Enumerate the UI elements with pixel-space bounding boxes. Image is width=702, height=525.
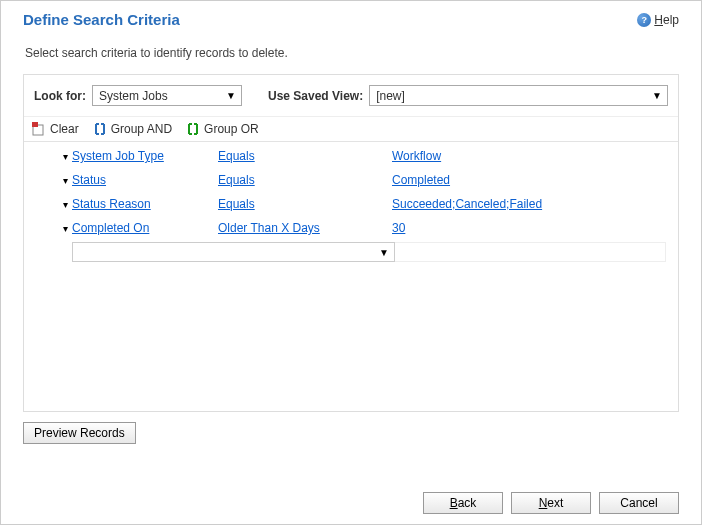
filter-field-link[interactable]: Completed On bbox=[72, 221, 149, 235]
lookfor-label: Look for: bbox=[34, 89, 86, 103]
next-button[interactable]: Next bbox=[511, 492, 591, 514]
filter-row: ▾ Status Equals Completed bbox=[24, 168, 678, 192]
clear-label: Clear bbox=[50, 122, 79, 136]
group-and-icon bbox=[93, 122, 107, 136]
filter-value-link[interactable]: Succeeded;Canceled;Failed bbox=[392, 197, 542, 211]
help-label: Help bbox=[654, 13, 679, 27]
filter-row: ▾ System Job Type Equals Workflow bbox=[24, 144, 678, 168]
clear-icon bbox=[32, 122, 46, 136]
filter-field-link[interactable]: System Job Type bbox=[72, 149, 164, 163]
lookfor-select[interactable]: System Jobs ▼ bbox=[92, 85, 242, 106]
chevron-down-icon: ▼ bbox=[652, 90, 662, 101]
row-menu-chevron[interactable]: ▾ bbox=[58, 223, 72, 234]
filter-row: ▾ Status Reason Equals Succeeded;Cancele… bbox=[24, 192, 678, 216]
filter-operator-link[interactable]: Equals bbox=[218, 173, 255, 187]
filter-field-link[interactable]: Status Reason bbox=[72, 197, 151, 211]
filter-field-link[interactable]: Status bbox=[72, 173, 106, 187]
new-filter-row: ▼ bbox=[24, 242, 678, 262]
filter-value-link[interactable]: 30 bbox=[392, 221, 405, 235]
row-menu-chevron[interactable]: ▾ bbox=[58, 151, 72, 162]
filter-operator-link[interactable]: Equals bbox=[218, 149, 255, 163]
help-link[interactable]: ? Help bbox=[637, 13, 679, 27]
filter-value-link[interactable]: Workflow bbox=[392, 149, 441, 163]
filter-operator-link[interactable]: Older Than X Days bbox=[218, 221, 320, 235]
filter-row: ▾ Completed On Older Than X Days 30 bbox=[24, 216, 678, 240]
row-menu-chevron[interactable]: ▾ bbox=[58, 175, 72, 186]
group-and-label: Group AND bbox=[111, 122, 172, 136]
criteria-panel: Look for: System Jobs ▼ Use Saved View: … bbox=[23, 74, 679, 412]
group-and-button[interactable]: Group AND bbox=[93, 122, 172, 136]
lookfor-value: System Jobs bbox=[99, 89, 168, 103]
savedview-value: [new] bbox=[376, 89, 405, 103]
row-menu-chevron[interactable]: ▾ bbox=[58, 199, 72, 210]
filter-value-link[interactable]: Completed bbox=[392, 173, 450, 187]
svg-rect-1 bbox=[32, 122, 38, 127]
help-icon: ? bbox=[637, 13, 651, 27]
page-title: Define Search Criteria bbox=[23, 11, 180, 28]
chevron-down-icon: ▼ bbox=[226, 90, 236, 101]
new-field-select[interactable]: ▼ bbox=[72, 242, 395, 262]
filter-operator-link[interactable]: Equals bbox=[218, 197, 255, 211]
group-or-label: Group OR bbox=[204, 122, 259, 136]
group-or-icon bbox=[186, 122, 200, 136]
savedview-label: Use Saved View: bbox=[268, 89, 363, 103]
chevron-down-icon: ▼ bbox=[379, 247, 389, 258]
group-or-button[interactable]: Group OR bbox=[186, 122, 259, 136]
instruction-text: Select search criteria to identify recor… bbox=[1, 32, 701, 74]
new-value-cell[interactable] bbox=[395, 242, 666, 262]
back-button[interactable]: Back bbox=[423, 492, 503, 514]
clear-button[interactable]: Clear bbox=[32, 122, 79, 136]
savedview-select[interactable]: [new] ▼ bbox=[369, 85, 668, 106]
cancel-button[interactable]: Cancel bbox=[599, 492, 679, 514]
preview-records-button[interactable]: Preview Records bbox=[23, 422, 136, 444]
filter-rows: ▾ System Job Type Equals Workflow ▾ Stat… bbox=[24, 142, 678, 264]
